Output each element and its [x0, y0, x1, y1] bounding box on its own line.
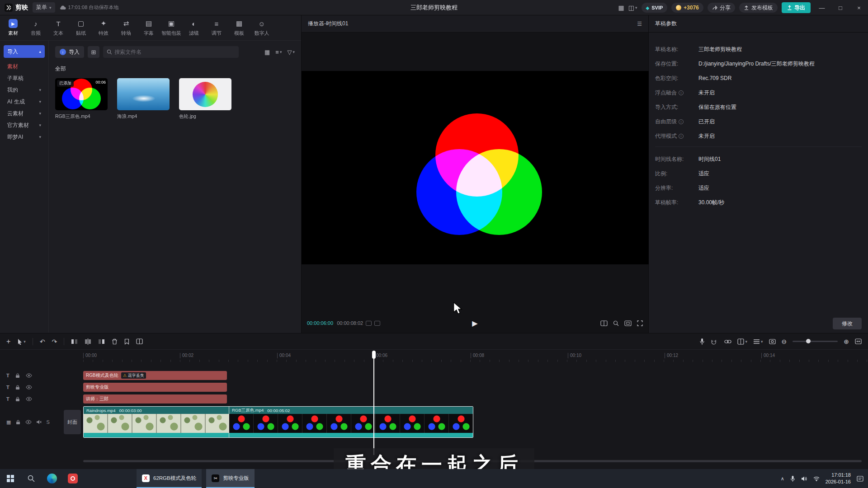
sidebar-item-subdraft[interactable]: 子草稿 [4, 72, 45, 84]
workspace-layout-icon[interactable]: ◫▾ [628, 4, 637, 11]
player-menu-icon[interactable]: ☰ [637, 21, 642, 27]
media-thumbnail[interactable] [179, 78, 231, 110]
media-thumbnail[interactable]: 已添加 00:06 [55, 78, 108, 110]
media-item-rgb[interactable]: 已添加 00:06 RGB三原色.mp4 [55, 78, 108, 120]
tray-volume-icon[interactable] [801, 476, 807, 482]
frame-icon[interactable] [374, 321, 380, 326]
speed-icon[interactable] [366, 321, 372, 326]
fit-timeline-icon[interactable] [855, 338, 862, 344]
filter-icon[interactable]: ▽▾ [287, 49, 295, 56]
tab-adjust[interactable]: ≡调节 [205, 19, 228, 37]
redo-button[interactable]: ↷ [52, 338, 57, 345]
preview-axis-toggle[interactable]: ▾ [737, 338, 747, 345]
playhead-handle[interactable] [372, 351, 376, 359]
start-button[interactable] [0, 469, 21, 488]
panel-layout-icon[interactable]: ▦ [618, 4, 624, 11]
mask-preview-icon[interactable] [769, 338, 776, 345]
tab-effects[interactable]: ✦特效 [92, 19, 115, 37]
text-clip[interactable]: 讲师：三郎 [83, 394, 227, 404]
split-icon[interactable] [85, 338, 91, 345]
eye-icon[interactable] [25, 420, 32, 424]
undo-button[interactable]: ↶ [40, 338, 45, 345]
edge-browser-icon[interactable] [42, 469, 62, 488]
tab-captions[interactable]: ▤字幕 [137, 19, 160, 37]
tray-network-icon[interactable] [813, 476, 820, 481]
delete-icon[interactable] [112, 338, 118, 345]
zoom-in-button[interactable]: ⊕ [844, 338, 849, 345]
lock-icon[interactable] [15, 419, 21, 425]
media-item-sea[interactable]: 海浪.mp4 [117, 78, 170, 120]
eye-icon[interactable] [26, 373, 32, 378]
export-button[interactable]: 导出 [782, 2, 811, 13]
publish-template-button[interactable]: 发布模板 [739, 3, 778, 13]
grid-view-icon[interactable]: ▦ [264, 49, 270, 56]
lock-icon[interactable] [15, 373, 20, 378]
tab-media[interactable]: ▶素材 [2, 19, 24, 37]
svip-badge[interactable]: ◆SVIP [642, 3, 668, 13]
maximize-button[interactable]: □ [833, 0, 848, 15]
zoom-slider[interactable] [793, 341, 838, 342]
sidebar-item-mine[interactable]: 我的▾ [4, 84, 45, 96]
tray-expand-icon[interactable]: ∧ [781, 476, 784, 482]
split-keep-right-icon[interactable] [98, 338, 105, 345]
lock-icon[interactable] [15, 396, 20, 402]
sidebar-item-ai-generate[interactable]: AI 生成▾ [4, 96, 45, 108]
taskbar-window-capcut[interactable]: ✂ 剪映专业版 [206, 469, 255, 488]
sidebar-item-official-material[interactable]: 官方素材▾ [4, 119, 45, 131]
tab-filters[interactable]: ◐滤镜 [183, 19, 205, 37]
split-keep-left-icon[interactable] [71, 338, 78, 345]
tab-text[interactable]: T文本 [47, 19, 70, 37]
eye-icon[interactable] [26, 385, 32, 389]
select-tool-button[interactable]: ▾ [17, 338, 26, 345]
sidebar-item-import[interactable]: 导入▴ [4, 45, 45, 58]
media-thumbnail[interactable] [117, 78, 170, 110]
modify-button[interactable]: 修改 [833, 318, 862, 329]
eye-icon[interactable] [26, 397, 32, 401]
ratio-icon[interactable] [624, 320, 632, 326]
video-preview[interactable] [302, 71, 649, 264]
sidebar-item-cloud-material[interactable]: 云素材▾ [4, 108, 45, 119]
preview-zoom-icon[interactable] [613, 320, 619, 326]
share-button[interactable]: 分享 [708, 3, 735, 13]
zoom-slider-knob[interactable] [806, 339, 811, 343]
quality-icon[interactable] [600, 320, 608, 326]
coins-badge[interactable]: +3076 [671, 3, 703, 13]
info-icon[interactable]: i [679, 134, 684, 139]
linkage-toggle[interactable] [724, 338, 731, 345]
cover-button[interactable]: 封面 [64, 410, 81, 434]
tab-digital-human[interactable]: ☺数字人 [250, 19, 273, 37]
play-button[interactable]: ▶ [472, 319, 477, 328]
mute-icon[interactable] [36, 419, 42, 425]
taskbar-window-notes[interactable]: X 62RGB模式及色轮 [137, 469, 202, 488]
text-clip[interactable]: RGB模式及色轮 ⚠花字丢失 [83, 371, 227, 380]
pinned-app-icon[interactable] [62, 469, 83, 488]
timeline-ruler[interactable]: 00:00 00:02 00:04 00:06 00:08 00:10 00:1… [0, 350, 868, 362]
record-voiceover-icon[interactable] [699, 338, 705, 345]
taskbar-clock[interactable]: 17:01:18 2026-01-16 [826, 472, 851, 485]
import-button[interactable]: ↓导入 [55, 46, 84, 58]
taskbar-search-button[interactable] [21, 469, 42, 488]
sidebar-item-dreamina[interactable]: 即梦AI▾ [4, 131, 45, 143]
solo-toggle[interactable]: S [46, 419, 49, 425]
lock-icon[interactable] [15, 385, 20, 390]
menu-button[interactable]: 菜单▾ [33, 2, 55, 13]
minimize-button[interactable]: — [815, 0, 829, 15]
video-clip-raindrops[interactable]: Raindrops.mp400:00:03:00 [84, 407, 229, 437]
track-height-toggle[interactable]: ▾ [753, 338, 763, 345]
tab-sticker[interactable]: ▢贴纸 [70, 19, 92, 37]
playhead[interactable] [373, 353, 374, 455]
freeze-frame-icon[interactable] [136, 338, 143, 344]
tab-smart-package[interactable]: ▣智能包装 [160, 19, 183, 37]
media-item-colorwheel[interactable]: 色轮.jpg [179, 78, 231, 120]
close-button[interactable]: × [852, 0, 866, 15]
mark-icon[interactable] [124, 338, 129, 345]
sort-icon[interactable]: ≡▾ [275, 49, 282, 56]
tray-mic-icon[interactable] [790, 475, 795, 482]
add-media-button[interactable]: + [6, 338, 10, 346]
sidebar-item-material[interactable]: 素材 [4, 61, 45, 72]
magnet-toggle[interactable] [711, 338, 718, 345]
video-clip-rgb[interactable]: RGB三原色.mp400:00:05:02 [229, 407, 473, 437]
tab-audio[interactable]: ♪音频 [24, 19, 47, 37]
zoom-out-button[interactable]: ⊖ [782, 338, 787, 345]
search-input[interactable] [114, 49, 235, 55]
